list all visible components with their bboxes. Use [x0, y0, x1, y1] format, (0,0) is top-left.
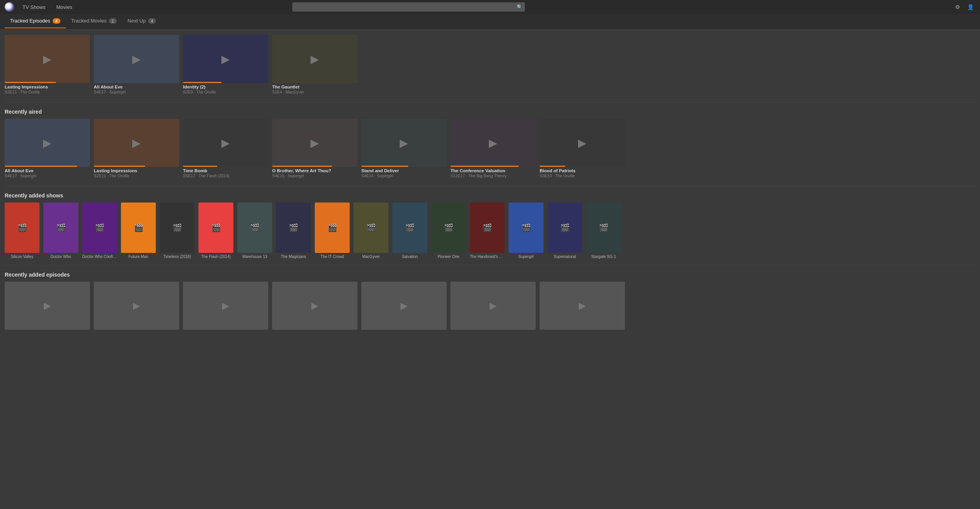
show-title: Stargate SG-1: [586, 254, 621, 259]
show-card[interactable]: 🎬 The Flash (2014): [198, 203, 233, 259]
show-card[interactable]: 🎬 Warehouse 13: [237, 203, 272, 259]
ep-thumb-image: ▶: [5, 35, 90, 83]
ep-card-info: All About Eve S4E17 · Supergirl: [5, 167, 90, 180]
tab-tracked-episodes-label: Tracked Episodes: [10, 18, 50, 24]
divider-2: [5, 186, 975, 186]
ep-lg-thumb: ▶: [183, 282, 268, 330]
ep-card-info: Stand and Deliver S4E14 · Supergirl: [361, 167, 447, 180]
tab-tracked-episodes[interactable]: Tracked Episodes 4: [5, 14, 66, 28]
tracked-ep-card[interactable]: ▶ The Gauntlet S1E4 · MacGyver: [272, 35, 357, 96]
show-card[interactable]: 🎬 Supernatural: [547, 203, 582, 259]
search-input[interactable]: [292, 2, 525, 12]
show-card[interactable]: 🎬 Future Man: [121, 203, 156, 259]
show-card[interactable]: 🎬 Salvation: [392, 203, 427, 259]
recently-added-ep-card[interactable]: ▶: [361, 282, 447, 330]
ep-card-title: The Gauntlet: [272, 85, 357, 89]
recently-added-ep-card[interactable]: ▶: [272, 282, 357, 330]
recently-added-ep-card[interactable]: ▶: [5, 282, 90, 330]
recently-added-ep-card[interactable]: ▶: [183, 282, 268, 330]
show-card[interactable]: 🎬 The IT Crowd: [315, 203, 350, 259]
show-poster: 🎬: [509, 203, 543, 253]
tab-tracked-movies-label: Tracked Movies: [71, 18, 107, 24]
recently-aired-card[interactable]: ▶ All About Eve S4E17 · Supergirl: [5, 119, 90, 180]
ep-card-sub: S4E15 · Supergirl: [272, 173, 357, 178]
ep-card-info: Identity (2) S2E9 · The Orville: [183, 83, 268, 96]
tracked-ep-card[interactable]: ▶ All About Eve S4E17 · Supergirl: [94, 35, 179, 96]
nav-tv-shows[interactable]: TV Shows: [20, 3, 48, 12]
ep-card-title: Lasting Impressions: [94, 168, 179, 173]
ep-card-thumb: ▶: [94, 119, 179, 167]
show-title: Warehouse 13: [237, 254, 272, 259]
recently-added-shows-title: Recently added shows: [5, 192, 975, 199]
show-card[interactable]: 🎬 Supergirl: [509, 203, 543, 259]
recently-aired-section: Recently aired ▶ All About Eve S4E17 · S…: [5, 109, 975, 181]
ep-lg-thumb: ▶: [361, 282, 447, 330]
ep-card-title: All About Eve: [94, 85, 179, 89]
ep-card-info: The Gauntlet S1E4 · MacGyver: [272, 83, 357, 96]
tracked-ep-card[interactable]: ▶ Identity (2) S2E9 · The Orville: [183, 35, 268, 96]
recently-added-episodes-section: Recently added episodes ▶ ▶ ▶ ▶ ▶ ▶ ▶: [5, 272, 975, 331]
ep-thumb-image: ▶: [272, 35, 357, 83]
ep-card-info: Time Bomb S5E17 · The Flash (2014): [183, 167, 268, 180]
show-card[interactable]: 🎬 Stargate SG-1: [586, 203, 621, 259]
show-card[interactable]: 🎬 Timeless (2016): [160, 203, 195, 259]
show-card[interactable]: 🎬 MacGyver: [354, 203, 388, 259]
show-poster: 🎬: [470, 203, 505, 253]
tab-tracked-movies-badge: 1: [109, 18, 117, 24]
ep-thumb-image: ▶: [183, 119, 268, 167]
show-title: Salvation: [392, 254, 427, 259]
search-bar: 🔍: [292, 2, 525, 12]
settings-icon[interactable]: ⚙: [954, 2, 962, 12]
ep-lg-thumb: ▶: [450, 282, 536, 330]
user-icon[interactable]: 👤: [966, 2, 975, 12]
show-poster: 🎬: [121, 203, 156, 253]
show-card[interactable]: 🎬 Silicon Valley: [5, 203, 40, 259]
nav-right: ⚙ 👤: [954, 2, 975, 12]
recently-aired-card[interactable]: ▶ Lasting Impressions S2E11 · The Orvill…: [94, 119, 179, 180]
recently-added-ep-card[interactable]: ▶: [540, 282, 625, 330]
tab-next-up[interactable]: Next Up 4: [122, 14, 161, 28]
show-card[interactable]: 🎬 The Magicians: [276, 203, 311, 259]
recently-aired-card[interactable]: ▶ The Conference Valuation S12E17 · The …: [450, 119, 536, 180]
show-card[interactable]: 🎬 Pioneer One: [431, 203, 466, 259]
ep-card-info: Blood of Patriots S3E10 · The Orville: [540, 167, 625, 180]
show-card[interactable]: 🎬 Doctor Who: [43, 203, 78, 259]
ep-card-title: All About Eve: [5, 168, 90, 173]
show-title: MacGyver: [354, 254, 388, 259]
tracked-ep-card[interactable]: ▶ Lasting Impressions S2E11 · The Orvill…: [5, 35, 90, 96]
ep-thumb-image: ▶: [272, 119, 357, 167]
ep-card-info: All About Eve S4E17 · Supergirl: [94, 83, 179, 96]
ep-thumb-image: ▶: [450, 119, 536, 167]
ep-card-thumb: ▶: [361, 119, 447, 167]
recently-aired-card[interactable]: ▶ O Brother, Where Art Thou? S4E15 · Sup…: [272, 119, 357, 180]
recently-added-ep-card[interactable]: ▶: [450, 282, 536, 330]
show-poster: 🎬: [237, 203, 272, 253]
show-card[interactable]: 🎬 The Handmaid's Tale: [470, 203, 505, 259]
show-poster: 🎬: [5, 203, 40, 253]
recently-aired-card[interactable]: ▶ Stand and Deliver S4E14 · Supergirl: [361, 119, 447, 180]
nav-movies[interactable]: Movies: [54, 3, 74, 12]
ep-card-thumb: ▶: [5, 119, 90, 167]
ep-card-thumb: ▶: [183, 35, 268, 83]
recently-aired-card[interactable]: ▶ Time Bomb S5E17 · The Flash (2014): [183, 119, 268, 180]
recently-added-ep-card[interactable]: ▶: [94, 282, 179, 330]
ep-card-title: O Brother, Where Art Thou?: [272, 168, 357, 173]
tab-next-up-label: Next Up: [128, 18, 146, 24]
ep-card-title: Lasting Impressions: [5, 85, 90, 89]
show-card[interactable]: 🎬 Doctor Who Confidenti...: [82, 203, 117, 259]
ep-lg-thumb: ▶: [94, 282, 179, 330]
ep-lg-thumb: ▶: [540, 282, 625, 330]
tab-tracked-movies[interactable]: Tracked Movies 1: [66, 14, 122, 28]
ep-card-sub: S4E17 · Supergirl: [5, 173, 90, 178]
ep-card-sub: S5E17 · The Flash (2014): [183, 173, 268, 178]
ep-card-thumb: ▶: [183, 119, 268, 167]
show-title: The IT Crowd: [315, 254, 350, 259]
ep-card-thumb: ▶: [5, 35, 90, 83]
ep-thumb-image: ▶: [94, 35, 179, 83]
recently-added-episodes-row: ▶ ▶ ▶ ▶ ▶ ▶ ▶: [5, 282, 975, 331]
ep-thumb-image: ▶: [5, 119, 90, 167]
show-title: The Handmaid's Tale: [470, 254, 505, 259]
recently-added-shows-section: Recently added shows 🎬 Silicon Valley 🎬 …: [5, 192, 975, 260]
ep-card-title: Stand and Deliver: [361, 168, 447, 173]
recently-aired-card[interactable]: ▶ Blood of Patriots S3E10 · The Orville: [540, 119, 625, 180]
